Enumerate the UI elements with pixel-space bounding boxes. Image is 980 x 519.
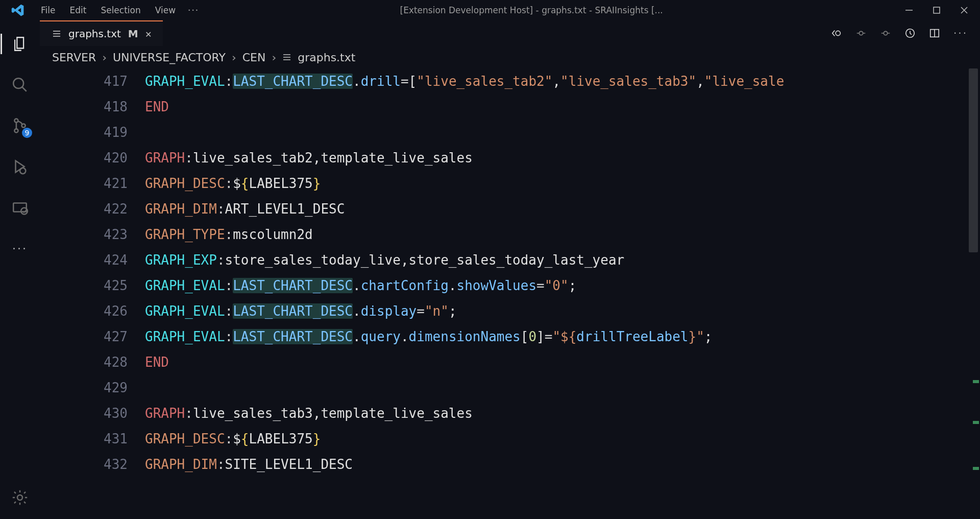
title-bar: File Edit Selection View ··· [Extension … bbox=[0, 0, 980, 20]
tab-filename: graphs.txt bbox=[68, 28, 121, 40]
line-number: 419 bbox=[40, 120, 128, 145]
svg-point-9 bbox=[836, 31, 840, 35]
crumb-file-icon bbox=[282, 53, 291, 62]
toggle-history-icon[interactable] bbox=[904, 28, 916, 39]
activity-settings[interactable] bbox=[10, 487, 30, 508]
line-number: 421 bbox=[40, 171, 128, 196]
code-line[interactable]: GRAPH_DIM:ART_LEVEL1_DESC bbox=[145, 196, 980, 222]
code-line[interactable]: GRAPH_DIM:SITE_LEVEL1_DESC bbox=[145, 452, 980, 477]
line-number: 418 bbox=[40, 94, 128, 120]
activity-more-icon[interactable]: ··· bbox=[10, 238, 30, 258]
go-back-icon[interactable] bbox=[831, 28, 842, 39]
tab-graphs-txt[interactable]: graphs.txt M ✕ bbox=[40, 20, 163, 46]
code-line[interactable]: GRAPH_DESC:${LABEL375} bbox=[145, 426, 980, 452]
svg-point-8 bbox=[17, 495, 22, 500]
line-number: 420 bbox=[40, 145, 128, 171]
svg-rect-0 bbox=[934, 7, 940, 13]
svg-point-10 bbox=[859, 31, 863, 35]
commit-next-icon[interactable] bbox=[880, 28, 891, 39]
code-line[interactable]: GRAPH_DESC:${LABEL375} bbox=[145, 171, 980, 196]
breadcrumb: SERVER› UNIVERSE_FACTORY› CEN› graphs.tx… bbox=[40, 46, 980, 68]
code-line[interactable]: END bbox=[145, 349, 980, 375]
line-number: 423 bbox=[40, 222, 128, 247]
svg-point-2 bbox=[14, 119, 18, 123]
tab-close-icon[interactable]: ✕ bbox=[145, 28, 152, 40]
activity-scm[interactable]: 9 bbox=[10, 115, 30, 136]
code-line[interactable]: GRAPH:live_sales_tab3,template_live_sale… bbox=[145, 400, 980, 426]
line-number: 431 bbox=[40, 426, 128, 452]
code-line[interactable]: GRAPH_EXP:store_sales_today_live,store_s… bbox=[145, 247, 980, 273]
line-number: 417 bbox=[40, 68, 128, 94]
menu-selection[interactable]: Selection bbox=[101, 5, 140, 15]
activity-explorer[interactable] bbox=[10, 34, 30, 54]
line-number: 432 bbox=[40, 452, 128, 477]
code-line[interactable] bbox=[145, 120, 980, 145]
menu-bar: File Edit Selection View bbox=[36, 5, 176, 15]
crumb-file[interactable]: graphs.txt bbox=[298, 51, 355, 64]
crumb-cen[interactable]: CEN bbox=[242, 51, 266, 64]
window-title: [Extension Development Host] - graphs.tx… bbox=[158, 5, 904, 15]
code-editor[interactable]: 4174184194204214224234244254264274284294… bbox=[40, 68, 980, 519]
line-number: 428 bbox=[40, 349, 128, 375]
code-line[interactable]: GRAPH_TYPE:mscolumn2d bbox=[145, 222, 980, 247]
code-line[interactable] bbox=[145, 375, 980, 400]
activity-remote[interactable] bbox=[10, 197, 30, 218]
line-number-gutter: 4174184194204214224234244254264274284294… bbox=[40, 68, 145, 477]
activity-debug[interactable] bbox=[10, 156, 30, 177]
editor-more-icon[interactable]: ··· bbox=[953, 27, 968, 39]
line-number: 426 bbox=[40, 298, 128, 324]
code-line[interactable]: GRAPH_EVAL:LAST_CHART_DESC.query.dimensi… bbox=[145, 324, 980, 349]
activity-search[interactable] bbox=[10, 75, 30, 95]
overview-change-marker bbox=[973, 467, 979, 470]
code-line[interactable]: END bbox=[145, 94, 980, 120]
line-number: 422 bbox=[40, 196, 128, 222]
svg-point-5 bbox=[20, 168, 26, 174]
crumb-server[interactable]: SERVER bbox=[52, 51, 96, 64]
line-number: 424 bbox=[40, 247, 128, 273]
line-number: 427 bbox=[40, 324, 128, 349]
line-number: 425 bbox=[40, 273, 128, 298]
code-line[interactable]: GRAPH_EVAL:LAST_CHART_DESC.chartConfig.s… bbox=[145, 273, 980, 298]
activity-bar: 9 ··· bbox=[0, 20, 40, 519]
line-number: 430 bbox=[40, 400, 128, 426]
window-minimize-icon[interactable] bbox=[904, 6, 914, 15]
window-close-icon[interactable] bbox=[960, 6, 969, 15]
scm-badge: 9 bbox=[22, 128, 32, 138]
overview-change-marker bbox=[973, 380, 979, 383]
overview-change-marker bbox=[973, 421, 979, 424]
svg-point-11 bbox=[884, 31, 887, 35]
code-content[interactable]: GRAPH_EVAL:LAST_CHART_DESC.drill=["live_… bbox=[145, 68, 980, 477]
vertical-scrollbar[interactable] bbox=[969, 68, 978, 252]
tab-modified-marker: M bbox=[128, 28, 138, 40]
editor-actions: ··· bbox=[831, 20, 980, 46]
line-number: 429 bbox=[40, 375, 128, 400]
tab-file-icon bbox=[52, 29, 61, 38]
code-line[interactable]: GRAPH:live_sales_tab2,template_live_sale… bbox=[145, 145, 980, 171]
svg-point-1 bbox=[13, 78, 23, 88]
commit-prev-icon[interactable] bbox=[855, 28, 867, 39]
menu-file[interactable]: File bbox=[41, 5, 55, 15]
split-editor-icon[interactable] bbox=[929, 28, 940, 39]
vscode-logo bbox=[0, 3, 36, 17]
crumb-factory[interactable]: UNIVERSE_FACTORY bbox=[113, 51, 226, 64]
window-maximize-icon[interactable] bbox=[932, 6, 941, 15]
code-line[interactable]: GRAPH_EVAL:LAST_CHART_DESC.display="n"; bbox=[145, 298, 980, 324]
code-line[interactable]: GRAPH_EVAL:LAST_CHART_DESC.drill=["live_… bbox=[145, 68, 980, 94]
svg-point-3 bbox=[14, 129, 18, 132]
tab-bar: graphs.txt M ✕ ··· bbox=[40, 20, 980, 46]
menu-edit[interactable]: Edit bbox=[69, 5, 86, 15]
